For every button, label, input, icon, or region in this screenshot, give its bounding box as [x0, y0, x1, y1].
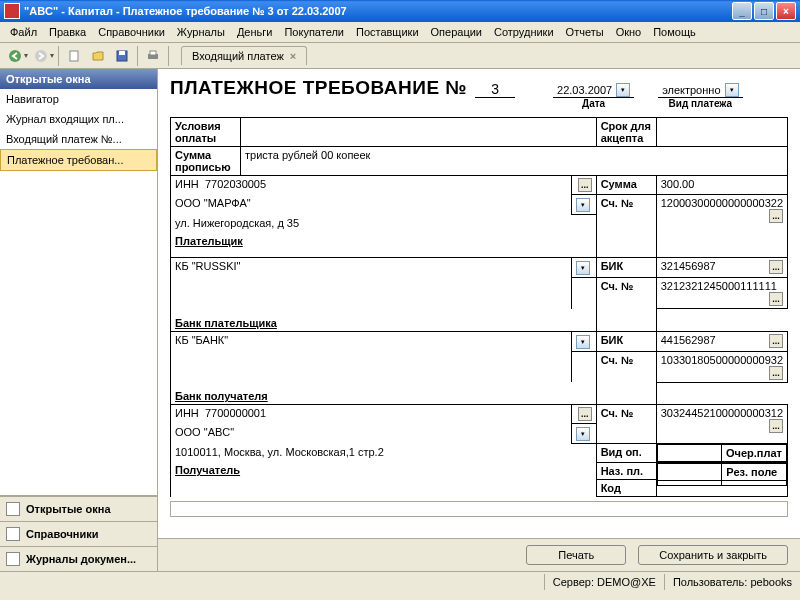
date-dropdown[interactable]: ▾ — [616, 83, 630, 97]
acc2-lookup[interactable]: ... — [769, 292, 783, 306]
menu-dict[interactable]: Справочники — [92, 24, 171, 40]
toolbar: ▾ ▾ Входящий платеж× — [0, 43, 800, 69]
sidebar-item-payment-demand[interactable]: Платежное требован... — [0, 149, 157, 171]
document-table: Условия оплаты Срок для акцепта Сумма пр… — [170, 117, 788, 497]
paytype-dropdown[interactable]: ▾ — [725, 83, 739, 97]
forward-dropdown[interactable]: ▾ — [50, 51, 54, 60]
bik1-value: 321456987 — [661, 260, 716, 272]
sidebar-list: Навигатор Журнал входящих пл... Входящий… — [0, 89, 157, 496]
sumwords-value: триста рублей 00 копеек — [241, 147, 788, 176]
svg-rect-6 — [150, 51, 156, 55]
sidebar-item-incoming[interactable]: Входящий платеж №... — [0, 129, 157, 149]
menu-buyers[interactable]: Покупатели — [278, 24, 350, 40]
acc4-label: Сч. № — [596, 405, 656, 444]
user-label: Пользователь: — [673, 576, 747, 588]
bik2-lookup[interactable]: ... — [769, 334, 783, 348]
print-button-main[interactable]: Печать — [526, 545, 626, 565]
dict-icon — [6, 527, 20, 541]
menu-edit[interactable]: Правка — [43, 24, 92, 40]
rez-label: Рез. поле — [722, 464, 787, 481]
acc4-lookup[interactable]: ... — [769, 419, 783, 433]
open-button[interactable] — [87, 45, 109, 67]
sidebar-btn-dicts[interactable]: Справочники — [0, 521, 157, 546]
svg-rect-4 — [119, 51, 125, 55]
purpose-input[interactable] — [170, 501, 788, 517]
sidebar: Открытые окна Навигатор Журнал входящих … — [0, 69, 158, 571]
bik1-lookup[interactable]: ... — [769, 260, 783, 274]
windows-icon — [6, 502, 20, 516]
close-button[interactable]: × — [776, 2, 796, 20]
acc3-value: 10330180500000000932 — [661, 354, 783, 366]
save-close-button[interactable]: Сохранить и закрыть — [638, 545, 788, 565]
sidebar-item-journal[interactable]: Журнал входящих пл... — [0, 109, 157, 129]
inn2-label: ИНН — [175, 407, 199, 419]
printer-icon — [146, 49, 160, 63]
menu-journals[interactable]: Журналы — [171, 24, 231, 40]
paytype-value: электронно — [662, 84, 720, 96]
print-button[interactable] — [142, 45, 164, 67]
acc1-lookup[interactable]: ... — [769, 209, 783, 223]
journal-icon — [6, 552, 20, 566]
bank1-name: КБ "RUSSKI" — [175, 260, 567, 272]
new-button[interactable] — [63, 45, 85, 67]
back-dropdown[interactable]: ▾ — [24, 51, 28, 60]
menu-ops[interactable]: Операции — [425, 24, 488, 40]
acc2-value: 3212321245000111111 — [661, 280, 777, 292]
save-button[interactable] — [111, 45, 133, 67]
acc1-value: 12000300000000000322 — [661, 197, 783, 209]
inn1-label: ИНН — [175, 178, 199, 190]
bik2-label: БИК — [596, 331, 656, 351]
sum-value[interactable]: 300.00 — [656, 176, 787, 195]
menu-money[interactable]: Деньги — [231, 24, 279, 40]
folder-icon — [91, 49, 105, 63]
sum-label: Сумма — [596, 176, 656, 195]
inn2-lookup[interactable]: ... — [578, 407, 592, 421]
bank2-dropdown[interactable]: ▾ — [576, 335, 590, 349]
maximize-button[interactable]: □ — [754, 2, 774, 20]
recv-section: Получатель — [175, 458, 592, 476]
inn1-lookup[interactable]: ... — [578, 178, 592, 192]
paytype-label: Вид платежа — [669, 98, 733, 109]
doc-number-input[interactable] — [475, 81, 515, 98]
payer-dropdown[interactable]: ▾ — [576, 198, 590, 212]
bank-recv-section: Банк получателя — [175, 384, 592, 402]
tab-close-icon[interactable]: × — [290, 50, 296, 62]
recv-dropdown[interactable]: ▾ — [576, 427, 590, 441]
cond-label: Условия оплаты — [171, 118, 241, 147]
menu-reports[interactable]: Отчеты — [560, 24, 610, 40]
document-content: ПЛАТЕЖНОЕ ТРЕБОВАНИЕ № 22.03.2007▾ Дата … — [158, 69, 800, 538]
app-icon — [4, 3, 20, 19]
arrow-left-icon — [8, 49, 22, 63]
server-label: Сервер: — [553, 576, 594, 588]
svg-point-0 — [9, 50, 21, 62]
acc4-value: 30324452100000000312 — [661, 407, 783, 419]
titlebar: "ABC" - Капитал - Платежное требование №… — [0, 0, 800, 22]
minimize-button[interactable]: _ — [732, 2, 752, 20]
acc3-lookup[interactable]: ... — [769, 366, 783, 380]
menu-staff[interactable]: Сотрудники — [488, 24, 560, 40]
recv-name: ООО "ABC" — [171, 424, 572, 444]
payer-section: Плательщик — [175, 229, 592, 247]
bank1-dropdown[interactable]: ▾ — [576, 261, 590, 275]
menu-window[interactable]: Окно — [610, 24, 648, 40]
menu-suppliers[interactable]: Поставщики — [350, 24, 425, 40]
vidop-label: Вид оп. — [596, 444, 656, 463]
window-title: "ABC" - Капитал - Платежное требование №… — [24, 5, 732, 17]
sidebar-btn-windows[interactable]: Открытые окна — [0, 496, 157, 521]
forward-button[interactable] — [30, 45, 52, 67]
sidebar-btn-journals[interactable]: Журналы докумен... — [0, 546, 157, 571]
kod-label: Код — [596, 480, 656, 497]
sidebar-item-navigator[interactable]: Навигатор — [0, 89, 157, 109]
bik2-value: 441562987 — [661, 334, 716, 346]
user-value: pebooks — [750, 576, 792, 588]
doc-title: ПЛАТЕЖНОЕ ТРЕБОВАНИЕ № — [170, 77, 467, 99]
date-value: 22.03.2007 — [557, 84, 612, 96]
menu-help[interactable]: Помощь — [647, 24, 702, 40]
save-icon — [115, 49, 129, 63]
back-button[interactable] — [4, 45, 26, 67]
menubar: Файл Правка Справочники Журналы Деньги П… — [0, 22, 800, 43]
document-tab[interactable]: Входящий платеж× — [181, 46, 307, 65]
menu-file[interactable]: Файл — [4, 24, 43, 40]
tab-label: Входящий платеж — [192, 50, 284, 62]
sidebar-header: Открытые окна — [0, 69, 157, 89]
